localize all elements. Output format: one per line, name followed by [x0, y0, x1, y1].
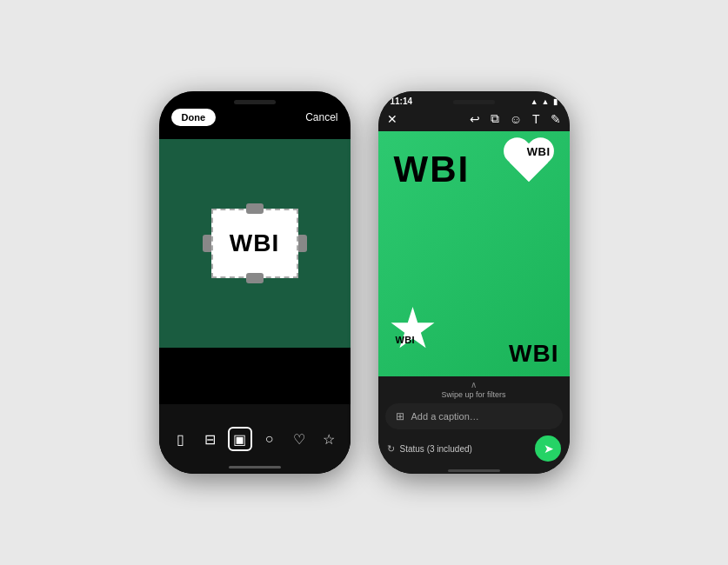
star-shape — [391, 307, 436, 352]
swipe-text: Swipe up for filters — [441, 390, 505, 399]
status-left: ↻ Status (3 included) — [387, 443, 472, 455]
wbi-star-label: WBI — [396, 335, 415, 345]
right-home-bar — [448, 469, 500, 472]
undo-icon[interactable]: ↩ — [470, 112, 480, 126]
left-home-indicator — [229, 466, 281, 469]
status-time: 11:14 — [391, 96, 413, 106]
toolbar-icon-0[interactable]: ▯ — [169, 427, 193, 451]
wbi-main-label: WBI — [394, 149, 471, 190]
swipe-chevron-icon: ∧ — [471, 380, 477, 389]
close-icon[interactable]: ✕ — [387, 112, 397, 126]
signal-icon: ▲ — [531, 97, 538, 106]
wbi-bottom-right-label: WBI — [509, 340, 558, 368]
swipe-area[interactable]: ∧ Swipe up for filters — [378, 376, 570, 401]
right-header-icons: ↩ ⧉ ☺ T ✎ — [470, 111, 561, 126]
cancel-button[interactable]: Cancel — [305, 111, 337, 123]
layers-icon[interactable]: ⧉ — [491, 111, 499, 126]
draw-icon[interactable]: ✎ — [551, 112, 561, 126]
toolbar-icon-2-active[interactable]: ▣ — [228, 427, 252, 451]
sticker-frame: WBI — [203, 200, 307, 287]
caption-bar[interactable]: ⊞ Add a caption… — [385, 403, 563, 429]
toolbar-icon-1[interactable]: ⊟ — [198, 427, 223, 451]
done-button[interactable]: Done — [171, 109, 217, 126]
handle-bottom[interactable] — [246, 273, 264, 283]
battery-icon: ▮ — [553, 97, 558, 106]
right-speaker — [453, 100, 495, 104]
left-phone: Done Cancel WBI ▯ ⊟ ▣ ○ ♡ ☆ — [159, 91, 351, 474]
status-row: ↻ Status (3 included) ➤ — [378, 432, 570, 467]
sticker-inner: WBI — [211, 209, 298, 278]
left-screen: Done Cancel WBI ▯ ⊟ ▣ ○ ♡ ☆ — [159, 91, 351, 474]
left-header: Done Cancel — [159, 91, 351, 133]
left-image-area: WBI — [159, 139, 351, 348]
emoji-icon[interactable]: ☺ — [510, 112, 522, 126]
send-button[interactable]: ➤ — [535, 435, 561, 462]
right-home-indicator — [378, 467, 570, 474]
right-image-area: WBI WBI WBI WBI — [378, 131, 570, 376]
caption-placeholder: Add a caption… — [411, 411, 552, 422]
toolbar-icon-3[interactable]: ○ — [257, 427, 282, 451]
status-label: Status (3 included) — [400, 444, 472, 454]
text-icon[interactable]: T — [532, 112, 540, 126]
left-speaker — [234, 100, 276, 104]
toolbar-icon-5[interactable]: ☆ — [317, 427, 341, 451]
handle-top[interactable] — [246, 203, 264, 214]
caption-icon: ⊞ — [396, 410, 404, 422]
right-header: ✕ ↩ ⧉ ☺ T ✎ — [378, 108, 570, 131]
send-arrow-icon: ➤ — [544, 442, 554, 455]
toolbar-icon-4[interactable]: ♡ — [287, 427, 311, 451]
right-phone: 11:14 ▲ ▲ ▮ ✕ ↩ ⧉ ☺ T ✎ WBI WBI — [378, 91, 570, 474]
status-icons: ▲ ▲ ▮ — [531, 97, 558, 106]
wbi-heart-label: WBI — [527, 145, 551, 158]
star-sticker — [391, 307, 436, 352]
wifi-icon: ▲ — [542, 97, 550, 106]
status-refresh-icon: ↻ — [387, 443, 395, 455]
left-toolbar: ▯ ⊟ ▣ ○ ♡ ☆ — [159, 404, 351, 474]
wbi-label-left: WBI — [230, 229, 279, 257]
right-screen: 11:14 ▲ ▲ ▮ ✕ ↩ ⧉ ☺ T ✎ WBI WBI — [378, 91, 570, 474]
